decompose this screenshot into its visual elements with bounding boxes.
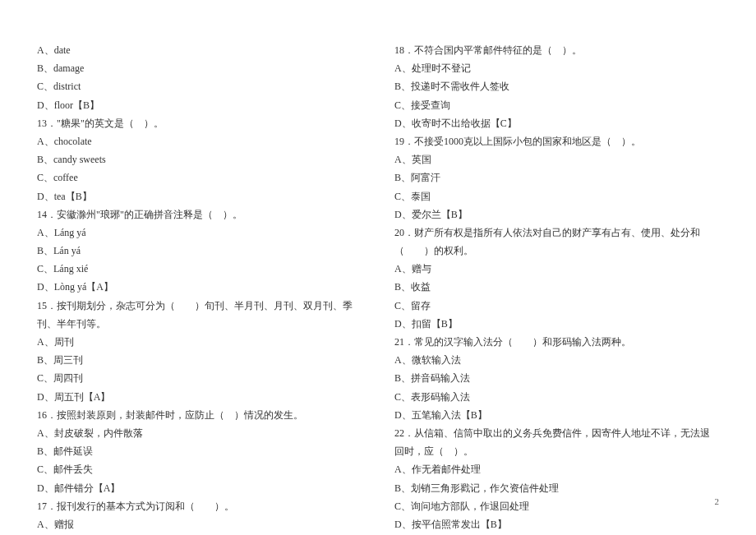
text-line: C、询问地方部队，作退回处理 [394,497,719,515]
text-line: B、投递时不需收件人签收 [394,77,719,95]
right-column: 18．不符合国内平常邮件特征的是（ ）。 A、处理时不登记 B、投递时不需收件人… [394,41,719,535]
text-line: 17．报刊发行的基本方式为订阅和（ ）。 [37,497,362,515]
text-line: B、damage [37,59,362,77]
text-line: A、赠报 [37,515,362,533]
text-line: B、candy sweets [37,150,362,168]
text-line: A、周刊 [37,333,362,351]
text-line: C、邮件丢失 [37,460,362,478]
text-line: A、微软输入法 [394,351,719,369]
text-line: B、划销三角形戳记，作欠资信件处理 [394,479,719,497]
text-line: 20．财产所有权是指所有人依法对自己的财产享有占有、使用、处分和（ ）的权利。 [394,224,719,260]
text-line: B、阿富汗 [394,168,719,187]
text-line: C、表形码输入法 [394,388,719,406]
text-line: 14．安徽滁州"琅琊"的正确拼音注释是（ ）。 [37,205,362,224]
text-line: A、Láng yá [37,224,362,242]
text-line: C、coffee [37,168,362,187]
text-line: 13．"糖果"的英文是（ ）。 [37,114,362,132]
text-line: B、收益 [394,278,719,296]
text-line: A、chocolate [37,132,362,150]
text-line: B、拼音码输入法 [394,369,719,387]
text-line: 16．按照封装原则，封装邮件时，应防止（ ）情况的发生。 [37,406,362,424]
text-line: C、留存 [394,297,719,315]
text-line: A、date [37,41,362,59]
text-line: D、爱尔兰【B】 [394,205,719,224]
text-line: C、泰国 [394,187,719,205]
text-line: C、接受查询 [394,96,719,114]
page-number: 2 [715,496,720,506]
text-line: D、Lòng yá【A】 [37,278,362,296]
text-line: 22．从信箱、信筒中取出的义务兵免费信件，因寄件人地址不详，无法退回时，应（ ）… [394,424,719,460]
text-line: D、扣留【B】 [394,315,719,333]
text-line: D、邮件错分【A】 [37,479,362,497]
text-line: B、邮件延误 [37,442,362,460]
text-line: A、封皮破裂，内件散落 [37,424,362,442]
text-line: D、周五刊【A】 [37,388,362,406]
text-line: D、按平信照常发出【B】 [394,515,719,533]
text-line: B、周三刊 [37,351,362,369]
text-line: B、Lán yá [37,242,362,260]
text-line: D、五笔输入法【B】 [394,406,719,424]
text-line: 15．按刊期划分，杂志可分为（ ）旬刊、半月刊、月刊、双月刊、季刊、半年刊等。 [37,297,362,333]
text-line: D、tea【B】 [37,187,362,205]
text-line: A、处理时不登记 [394,59,719,77]
text-line: C、Láng xié [37,260,362,278]
text-line: A、英国 [394,150,719,168]
text-line: D、floor【B】 [37,96,362,114]
text-line: D、收寄时不出给收据【C】 [394,114,719,132]
text-line: C、district [37,77,362,95]
text-line: 18．不符合国内平常邮件特征的是（ ）。 [394,41,719,59]
text-line: 19．不接受1000克以上国际小包的国家和地区是（ ）。 [394,132,719,150]
text-line: C、周四刊 [37,369,362,387]
left-column: A、date B、damage C、district D、floor【B】 13… [37,41,362,535]
document-page: A、date B、damage C、district D、floor【B】 13… [0,0,756,535]
text-line: 21．常见的汉字输入法分（ ）和形码输入法两种。 [394,333,719,351]
text-line: A、作无着邮件处理 [394,460,719,478]
text-line: A、赠与 [394,260,719,278]
